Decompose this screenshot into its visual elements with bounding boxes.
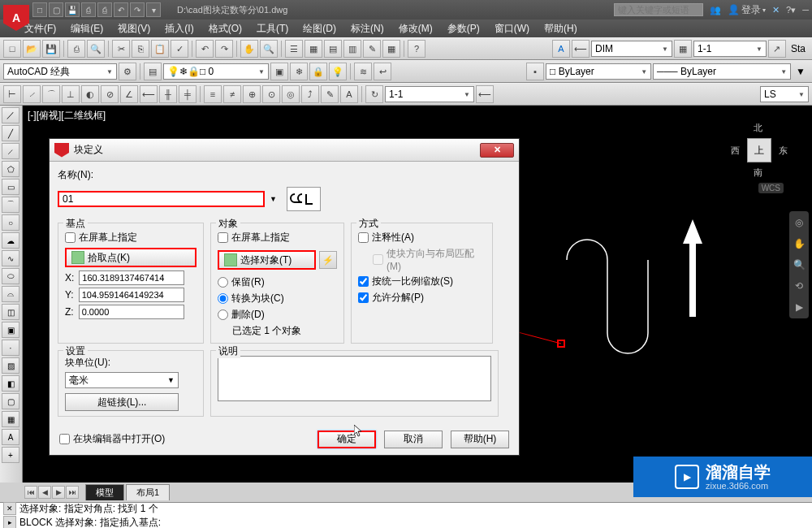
ellipsearc-icon[interactable]: ⌓ (2, 286, 19, 302)
dim-continue-icon[interactable]: ╪ (179, 85, 197, 103)
dim-arc-icon[interactable]: ⌒ (42, 85, 60, 103)
menu-insert[interactable]: 插入(I) (165, 22, 193, 36)
tb-new-icon[interactable]: □ (3, 40, 21, 58)
tab-prev-icon[interactable]: ◀ (38, 486, 51, 499)
description-textarea[interactable] (218, 356, 491, 401)
dim-break-icon[interactable]: ≠ (223, 85, 241, 103)
cmd-close-icon[interactable]: ✕ (3, 502, 16, 515)
block-unit-combo[interactable]: 毫米▼ (65, 372, 179, 388)
tb-undo-icon[interactable]: ↶ (196, 40, 214, 58)
tb-zoom-icon[interactable]: 🔍 (260, 40, 278, 58)
dim-tolerance-icon[interactable]: ⊕ (243, 85, 261, 103)
annotative-checkbox[interactable]: 注释性(A) (358, 231, 486, 245)
dim-angular-icon[interactable]: ∠ (120, 85, 138, 103)
tb-dimstyle-icon[interactable]: ⟵ (572, 40, 590, 58)
menu-file[interactable]: 文件(F) (24, 22, 56, 36)
menu-format[interactable]: 格式(O) (209, 22, 242, 36)
qat-more-icon[interactable]: ▾ (146, 2, 161, 17)
dim-update-icon[interactable]: ↻ (365, 85, 383, 103)
tb-tablestyle-icon[interactable]: ▦ (674, 40, 692, 58)
help-search-input[interactable] (614, 3, 703, 16)
qat-plot-icon[interactable]: ⎙ (97, 2, 112, 17)
tb-prop-icon[interactable]: ☰ (285, 40, 303, 58)
nav-pan-icon[interactable]: ✋ (791, 236, 807, 252)
hyperlink-button[interactable]: 超链接(L)... (65, 393, 179, 411)
tb-open-icon[interactable]: 📂 (23, 40, 41, 58)
qat-new-icon[interactable]: □ (32, 2, 47, 17)
tb-multileader-icon[interactable]: ↗ (768, 40, 786, 58)
polygon-icon[interactable]: ⬠ (2, 161, 19, 177)
qat-redo-icon[interactable]: ↷ (130, 2, 145, 17)
help-button[interactable]: 帮助(H) (451, 431, 509, 448)
layer-prop-icon[interactable]: ▤ (144, 63, 162, 80)
exchange-icon[interactable]: ✕ (772, 5, 780, 15)
menu-dimension[interactable]: 标注(N) (351, 22, 384, 36)
block-icon[interactable]: ▣ (2, 322, 19, 338)
menu-draw[interactable]: 绘图(D) (303, 22, 336, 36)
dim-radius-icon[interactable]: ◐ (81, 85, 99, 103)
line-icon[interactable]: ／ (2, 107, 19, 123)
select-objects-button[interactable]: 选择对象(T) (218, 250, 316, 270)
convert-radio[interactable]: 转换为块(C) (218, 292, 337, 305)
menu-help[interactable]: 帮助(H) (544, 22, 577, 36)
viewcube[interactable]: 北 南 东 西 上 (731, 122, 788, 179)
color-icon[interactable]: ▪ (526, 63, 544, 80)
tb-toolpal-icon[interactable]: ▤ (324, 40, 342, 58)
quickselect-icon[interactable]: ⚡ (319, 251, 337, 269)
block-name-input[interactable] (58, 191, 265, 207)
ellipse-icon[interactable]: ⬭ (2, 268, 19, 284)
gradient-icon[interactable]: ◧ (2, 375, 19, 392)
tb-dcenter-icon[interactable]: ▦ (304, 40, 322, 58)
xline-icon[interactable]: ╱ (2, 125, 19, 141)
dim-tedit-icon[interactable]: A (340, 85, 358, 103)
nav-showmotion-icon[interactable]: ▶ (791, 299, 807, 315)
tb-cut-icon[interactable]: ✂ (112, 40, 130, 58)
ls-combo[interactable]: LS▼ (760, 86, 809, 102)
viewcube-west[interactable]: 西 (731, 145, 740, 157)
x-input[interactable] (79, 270, 184, 285)
command-line[interactable]: ✕ 选择对象: 指定对角点: 找到 1 个 ▸ BLOCK 选择对象: 指定插入… (0, 502, 812, 528)
tab-first-icon[interactable]: ⏮ (24, 486, 37, 499)
z-input[interactable] (79, 305, 184, 319)
tb-preview-icon[interactable]: 🔍 (87, 40, 105, 58)
delete-radio[interactable]: 删除(D) (218, 308, 337, 322)
scale-combo[interactable]: 1-1▼ (693, 41, 767, 57)
qat-saveas-icon[interactable]: ⎙ (81, 2, 96, 17)
dim-inspect-icon[interactable]: ◎ (282, 85, 300, 103)
viewcube-north[interactable]: 北 (754, 122, 762, 134)
tb-pan-icon[interactable]: ✋ (240, 40, 258, 58)
dim-linear-icon[interactable]: ⊢ (3, 85, 21, 103)
menu-edit[interactable]: 编辑(E) (71, 22, 103, 36)
dim-aligned-icon[interactable]: ⟋ (23, 85, 41, 103)
nav-wheel-icon[interactable]: ◎ (791, 214, 807, 231)
point-icon[interactable]: · (2, 340, 19, 356)
dim-diameter-icon[interactable]: ⊘ (101, 85, 119, 103)
tab-layout1[interactable]: 布局1 (126, 484, 170, 500)
menu-view[interactable]: 视图(V) (118, 22, 150, 36)
tb-help-icon[interactable]: ? (408, 40, 425, 58)
tb-plot-icon[interactable]: ⎙ (67, 40, 85, 58)
layer-freeze-icon[interactable]: ❄ (290, 63, 308, 80)
dimscale-combo[interactable]: 1-1▼ (385, 86, 474, 102)
dimstyle-combo[interactable]: DIM▼ (591, 41, 672, 57)
help-icon[interactable]: ?▾ (786, 5, 796, 15)
tab-last-icon[interactable]: ⏭ (66, 486, 79, 499)
nav-zoom-icon[interactable]: 🔍 (791, 257, 807, 273)
revcloud-icon[interactable]: ☁ (2, 232, 19, 249)
tb-markup-icon[interactable]: ✎ (363, 40, 381, 58)
tb-match-icon[interactable]: ✓ (171, 40, 188, 58)
layer-match-icon[interactable]: ≋ (354, 63, 372, 80)
sign-in-button[interactable]: 👤登录▾ (728, 3, 766, 17)
nav-orbit-icon[interactable]: ⟲ (791, 278, 807, 294)
y-input[interactable] (79, 288, 184, 302)
linetype-combo[interactable]: ─── ByLayer▼ (653, 63, 791, 80)
cancel-button[interactable]: 取消 (384, 431, 443, 448)
retain-radio[interactable]: 保留(R) (218, 275, 337, 289)
region-icon[interactable]: ▢ (2, 393, 19, 409)
spline-icon[interactable]: ∿ (2, 250, 19, 266)
dim-edit-icon[interactable]: ✎ (321, 85, 339, 103)
menu-tools[interactable]: 工具(T) (257, 22, 288, 36)
dim-baseline-icon[interactable]: ╫ (159, 85, 177, 103)
dialog-close-button[interactable]: ✕ (480, 143, 514, 158)
menu-modify[interactable]: 修改(M) (399, 22, 433, 36)
